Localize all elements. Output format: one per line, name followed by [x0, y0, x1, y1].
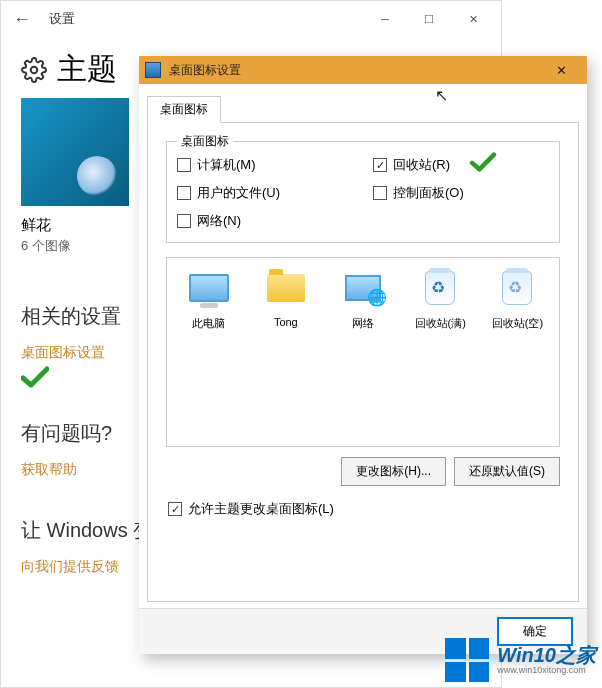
icon-item-network[interactable]: 网络 — [325, 266, 400, 331]
checkbox-icon — [177, 214, 191, 228]
checkbox-label: 允许主题更改桌面图标(L) — [188, 500, 334, 518]
checkbox-allow-themes[interactable]: ✓ 允许主题更改桌面图标(L) — [168, 500, 566, 518]
checkbox-control-panel[interactable]: 控制面板(O) — [373, 184, 549, 202]
tab-content: 桌面图标 计算机(M) ✓ 回收站(R) 用户的文件(U) 控制面板(O — [147, 122, 579, 602]
checkbox-icon: ✓ — [168, 502, 182, 516]
icon-label: 此电脑 — [171, 316, 246, 331]
checkbox-label: 用户的文件(U) — [197, 184, 280, 202]
windows-logo-icon — [445, 638, 489, 682]
watermark-brand: Win10之家 — [497, 645, 596, 665]
checkbox-user-files[interactable]: 用户的文件(U) — [177, 184, 353, 202]
icon-item-user-folder[interactable]: Tong — [248, 266, 323, 328]
icon-label: 回收站(满) — [403, 316, 478, 331]
change-icon-button[interactable]: 更改图标(H)... — [341, 457, 446, 486]
back-button[interactable]: ← — [7, 4, 37, 34]
recycle-full-icon — [425, 271, 455, 305]
checkbox-icon: ✓ — [373, 158, 387, 172]
maximize-button[interactable]: ☐ — [407, 4, 451, 34]
checkbox-network[interactable]: 网络(N) — [177, 212, 353, 230]
gear-icon — [21, 57, 47, 83]
settings-titlebar: ← 设置 ─ ☐ ✕ — [1, 1, 501, 37]
watermark-url: www.win10xitong.com — [497, 665, 596, 675]
checkbox-icon — [373, 186, 387, 200]
close-button[interactable]: ✕ — [451, 4, 495, 34]
network-icon — [345, 275, 381, 301]
svg-point-0 — [31, 66, 38, 73]
annotation-checkmark-icon — [21, 366, 49, 388]
dialog-titlebar[interactable]: 桌面图标设置 ✕ — [139, 56, 587, 84]
checkbox-icon — [177, 158, 191, 172]
tab-strip: 桌面图标 — [139, 84, 587, 123]
dialog-close-button[interactable]: ✕ — [541, 59, 581, 81]
icon-label: Tong — [248, 316, 323, 328]
restore-defaults-button[interactable]: 还原默认值(S) — [454, 457, 560, 486]
desktop-icon-settings-dialog: 桌面图标设置 ✕ ↖ 桌面图标 桌面图标 计算机(M) ✓ 回收站(R) 用户的 — [139, 56, 587, 654]
checkbox-label: 回收站(R) — [393, 156, 450, 174]
desktop-icons-group: 桌面图标 计算机(M) ✓ 回收站(R) 用户的文件(U) 控制面板(O — [166, 141, 560, 243]
window-title: 设置 — [49, 10, 75, 28]
checkbox-recycle-bin[interactable]: ✓ 回收站(R) — [373, 156, 549, 174]
icon-item-recycle-empty[interactable]: 回收站(空) — [480, 266, 555, 331]
icon-item-this-pc[interactable]: 此电脑 — [171, 266, 246, 331]
group-legend: 桌面图标 — [177, 133, 233, 150]
icon-preview-list: 此电脑 Tong 网络 回收站(满) 回收站(空) — [166, 257, 560, 447]
icon-item-recycle-full[interactable]: 回收站(满) — [403, 266, 478, 331]
dialog-app-icon — [145, 62, 161, 78]
folder-icon — [267, 274, 305, 302]
watermark: Win10之家 www.win10xitong.com — [445, 638, 596, 682]
checkbox-label: 计算机(M) — [197, 156, 256, 174]
icon-label: 网络 — [325, 316, 400, 331]
checkbox-label: 网络(N) — [197, 212, 241, 230]
minimize-button[interactable]: ─ — [363, 4, 407, 34]
tab-desktop-icons[interactable]: 桌面图标 — [147, 96, 221, 123]
pc-icon — [189, 274, 229, 302]
theme-thumbnail[interactable] — [21, 98, 129, 206]
page-heading: 主题 — [57, 49, 117, 90]
dialog-title: 桌面图标设置 — [169, 62, 241, 79]
checkbox-label: 控制面板(O) — [393, 184, 464, 202]
recycle-empty-icon — [502, 271, 532, 305]
icon-label: 回收站(空) — [480, 316, 555, 331]
annotation-checkmark-icon — [469, 152, 497, 172]
checkbox-icon — [177, 186, 191, 200]
checkbox-computer[interactable]: 计算机(M) — [177, 156, 353, 174]
